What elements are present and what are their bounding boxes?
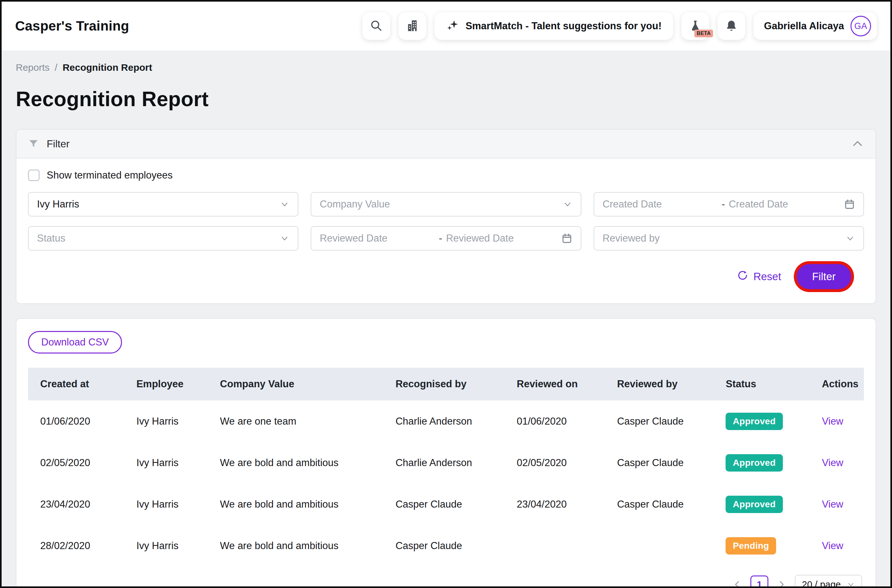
- cell-recognised-by: Charlie Anderson: [384, 457, 505, 469]
- show-terminated-label: Show terminated employees: [47, 170, 173, 181]
- sparkles-icon: [446, 18, 460, 34]
- filter-panel-body: Show terminated employees Ivy Harris Com…: [17, 159, 875, 303]
- status-badge: Pending: [726, 537, 776, 555]
- view-link[interactable]: View: [822, 499, 843, 510]
- breadcrumb: Reports / Recognition Report: [16, 62, 876, 73]
- smartmatch-button[interactable]: SmartMatch - Talent suggestions for you!: [435, 12, 673, 40]
- cell-recognised-by: Charlie Anderson: [384, 416, 505, 427]
- funnel-icon: [28, 138, 39, 149]
- beta-badge: BETA: [694, 30, 713, 38]
- reviewed-by-placeholder: Reviewed by: [603, 232, 660, 244]
- view-link[interactable]: View: [822, 540, 843, 551]
- labs-button[interactable]: BETA: [681, 12, 709, 40]
- calendar-icon: [561, 233, 572, 244]
- column-actions: Actions: [809, 378, 864, 390]
- cell-company-value: We are bold and ambitious: [208, 457, 383, 469]
- cell-reviewed-on: 02/05/2020: [504, 457, 605, 469]
- app-window: Casper's Training: [0, 0, 892, 588]
- status-select[interactable]: Status: [28, 226, 298, 250]
- smartmatch-label: SmartMatch - Talent suggestions for you!: [465, 20, 662, 32]
- column-company-value: Company Value: [208, 378, 383, 390]
- chevron-down-icon: [563, 200, 572, 209]
- table-row: 02/05/2020 Ivy Harris We are bold and am…: [28, 442, 864, 483]
- filter-panel-header[interactable]: Filter: [17, 130, 875, 159]
- status-badge: Approved: [726, 454, 782, 471]
- page-size-value: 20 / page: [802, 579, 841, 588]
- reviewed-date-end[interactable]: Reviewed Date: [446, 232, 561, 244]
- show-terminated-checkbox[interactable]: [28, 170, 40, 181]
- cell-company-value: We are one team: [208, 416, 383, 427]
- status-placeholder: Status: [37, 232, 65, 244]
- view-link[interactable]: View: [822, 457, 843, 468]
- pagination: 1 20 / page: [28, 575, 864, 588]
- column-recognised-by: Recognised by: [384, 378, 505, 390]
- chevron-down-icon: [280, 234, 289, 243]
- cell-reviewed-on: 23/04/2020: [504, 499, 605, 510]
- previous-page-icon[interactable]: [733, 580, 742, 588]
- header-actions: SmartMatch - Talent suggestions for you!…: [363, 12, 877, 40]
- column-reviewed-by: Reviewed by: [605, 378, 714, 390]
- company-switcher-button[interactable]: [399, 12, 426, 40]
- created-date-start[interactable]: Created Date: [603, 198, 718, 210]
- filter-actions: Reset Filter: [28, 250, 864, 303]
- employee-select-value: Ivy Harris: [37, 198, 79, 210]
- view-link[interactable]: View: [822, 416, 843, 427]
- range-separator: -: [718, 198, 729, 210]
- search-button[interactable]: [363, 12, 390, 40]
- bell-icon: [725, 19, 738, 33]
- notifications-button[interactable]: [718, 12, 745, 40]
- page-title: Recognition Report: [16, 87, 876, 111]
- user-avatar: GA: [850, 16, 871, 36]
- page-size-select[interactable]: 20 / page: [795, 575, 862, 588]
- cell-created-at: 01/06/2020: [28, 416, 124, 427]
- cell-employee: Ivy Harris: [124, 457, 208, 469]
- download-csv-button[interactable]: Download CSV: [28, 331, 122, 354]
- cell-created-at: 28/02/2020: [28, 540, 124, 552]
- status-badge: Approved: [726, 496, 782, 513]
- breadcrumb-separator: /: [55, 62, 57, 73]
- cell-recognised-by: Casper Claude: [384, 540, 505, 552]
- breadcrumb-current: Recognition Report: [62, 62, 152, 73]
- reviewed-date-range[interactable]: Reviewed Date - Reviewed Date: [311, 226, 581, 250]
- filter-fields: Ivy Harris Company Value Created Date: [28, 192, 864, 250]
- building-icon: [406, 19, 419, 33]
- column-reviewed-on: Reviewed on: [504, 378, 605, 390]
- reset-label: Reset: [753, 270, 781, 283]
- filter-panel-title: Filter: [47, 138, 69, 150]
- reviewed-date-start[interactable]: Reviewed Date: [320, 232, 435, 244]
- company-value-select[interactable]: Company Value: [311, 192, 581, 216]
- cell-reviewed-by: Casper Claude: [605, 499, 714, 510]
- reviewed-by-select[interactable]: Reviewed by: [594, 226, 864, 250]
- show-terminated-checkbox-row[interactable]: Show terminated employees: [28, 170, 864, 181]
- breadcrumb-reports[interactable]: Reports: [16, 62, 50, 73]
- cell-created-at: 02/05/2020: [28, 457, 124, 469]
- status-badge: Approved: [726, 413, 782, 430]
- column-status: Status: [713, 378, 809, 390]
- cell-reviewed-by: Casper Claude: [605, 416, 714, 427]
- column-employee: Employee: [124, 378, 208, 390]
- reset-icon: [737, 270, 748, 284]
- cell-company-value: We are bold and ambitious: [208, 499, 383, 510]
- cell-created-at: 23/04/2020: [28, 499, 124, 510]
- page-number-button[interactable]: 1: [751, 576, 769, 588]
- created-date-end[interactable]: Created Date: [729, 198, 844, 210]
- cell-employee: Ivy Harris: [124, 540, 208, 552]
- employee-select[interactable]: Ivy Harris: [28, 192, 298, 216]
- table-row: 01/06/2020 Ivy Harris We are one team Ch…: [28, 400, 864, 442]
- created-date-range[interactable]: Created Date - Created Date: [594, 192, 864, 216]
- chevron-down-icon: [280, 200, 289, 209]
- chevron-up-icon[interactable]: [851, 137, 864, 150]
- recognition-table: Created at Employee Company Value Recogn…: [28, 368, 864, 567]
- calendar-icon: [844, 199, 855, 210]
- page-content: Reports / Recognition Report Recognition…: [2, 62, 890, 588]
- cell-reviewed-by: Casper Claude: [605, 457, 714, 469]
- next-page-icon[interactable]: [777, 580, 787, 588]
- table-row: 28/02/2020 Ivy Harris We are bold and am…: [28, 525, 864, 567]
- reset-button[interactable]: Reset: [737, 270, 781, 284]
- user-name: Gabriella Alicaya: [764, 20, 844, 32]
- user-menu[interactable]: Gabriella Alicaya GA: [754, 12, 877, 40]
- cell-company-value: We are bold and ambitious: [208, 540, 383, 552]
- filter-submit-button[interactable]: Filter: [797, 264, 851, 289]
- search-icon: [370, 19, 383, 33]
- chevron-down-icon: [845, 234, 855, 243]
